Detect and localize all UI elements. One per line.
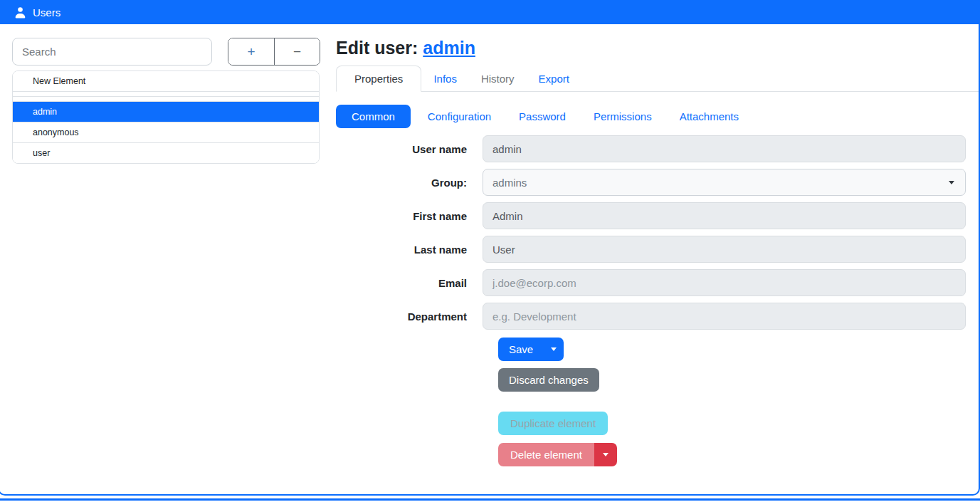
tab-export[interactable]: Export bbox=[527, 66, 581, 92]
email-label: Email bbox=[336, 277, 483, 289]
save-button[interactable]: Save bbox=[498, 338, 544, 361]
form-row: Email bbox=[336, 269, 979, 296]
firstname-field[interactable] bbox=[483, 202, 966, 229]
subtab-permissions[interactable]: Permissions bbox=[583, 105, 663, 128]
bottom-accent-bar bbox=[0, 498, 980, 501]
element-list: New Element admin anonymous user bbox=[12, 70, 320, 164]
list-item-new-element[interactable]: New Element bbox=[13, 71, 319, 92]
list-item-user[interactable]: user bbox=[13, 143, 319, 163]
form-row: User name bbox=[336, 135, 979, 162]
delete-split-button: Delete element bbox=[498, 443, 979, 466]
page-container: + − New Element admin anonymous user Edi… bbox=[0, 24, 980, 496]
chevron-down-icon bbox=[551, 347, 557, 351]
tab-bar: Properties Infos History Export bbox=[336, 66, 979, 92]
form-row: First name bbox=[336, 202, 979, 229]
tab-properties[interactable]: Properties bbox=[336, 66, 421, 92]
chevron-down-icon bbox=[603, 453, 608, 456]
search-input[interactable] bbox=[12, 38, 212, 66]
form-row: Group: admins bbox=[336, 169, 979, 196]
group-select[interactable]: admins bbox=[483, 169, 966, 196]
department-label: Department bbox=[336, 310, 483, 323]
lastname-field[interactable] bbox=[483, 236, 966, 263]
sidebar: + − New Element admin anonymous user bbox=[0, 38, 320, 494]
subtab-bar: Common Configuration Password Permission… bbox=[336, 105, 979, 128]
delete-element-button: Delete element bbox=[498, 443, 594, 466]
save-split-button: Save bbox=[498, 338, 564, 361]
action-buttons: Save Discard changes Duplicate element D… bbox=[498, 338, 979, 481]
group-label: Group: bbox=[336, 177, 483, 189]
duplicate-element-button: Duplicate element bbox=[498, 412, 608, 435]
app-title: Users bbox=[33, 6, 60, 19]
main-content: Edit user:admin Properties Infos History… bbox=[336, 38, 979, 494]
subtab-attachments[interactable]: Attachments bbox=[669, 105, 749, 128]
top-navbar: Users bbox=[0, 0, 980, 24]
page-title: Edit user:admin bbox=[336, 38, 979, 58]
subtab-password[interactable]: Password bbox=[508, 105, 576, 128]
group-select-value: admins bbox=[492, 177, 527, 189]
tab-history: History bbox=[469, 66, 527, 92]
subtab-common[interactable]: Common bbox=[336, 105, 411, 128]
save-dropdown-toggle[interactable] bbox=[544, 338, 564, 361]
delete-dropdown-toggle[interactable] bbox=[594, 443, 617, 466]
user-form: User name Group: admins First name Last … bbox=[336, 135, 979, 330]
email-field[interactable] bbox=[483, 269, 966, 296]
username-field[interactable] bbox=[483, 135, 966, 162]
edit-user-link[interactable]: admin bbox=[423, 38, 475, 58]
remove-element-button[interactable]: − bbox=[274, 38, 320, 65]
department-field[interactable] bbox=[483, 303, 966, 330]
subtab-configuration[interactable]: Configuration bbox=[417, 105, 502, 128]
form-row: Department bbox=[336, 303, 979, 330]
username-label: User name bbox=[336, 143, 483, 155]
lastname-label: Last name bbox=[336, 244, 483, 256]
page-title-prefix: Edit user: bbox=[336, 38, 418, 58]
add-remove-button-group: + − bbox=[228, 38, 320, 66]
discard-changes-button[interactable]: Discard changes bbox=[498, 368, 599, 392]
form-row: Last name bbox=[336, 236, 979, 263]
add-element-button[interactable]: + bbox=[228, 38, 274, 65]
list-separator-row bbox=[13, 92, 319, 97]
list-item-anonymous[interactable]: anonymous bbox=[13, 122, 319, 143]
list-item-admin[interactable]: admin bbox=[13, 102, 319, 122]
tab-infos[interactable]: Infos bbox=[421, 66, 469, 92]
list-separator-row bbox=[13, 97, 319, 102]
firstname-label: First name bbox=[336, 210, 483, 222]
user-icon bbox=[14, 6, 26, 19]
chevron-down-icon bbox=[949, 181, 954, 184]
